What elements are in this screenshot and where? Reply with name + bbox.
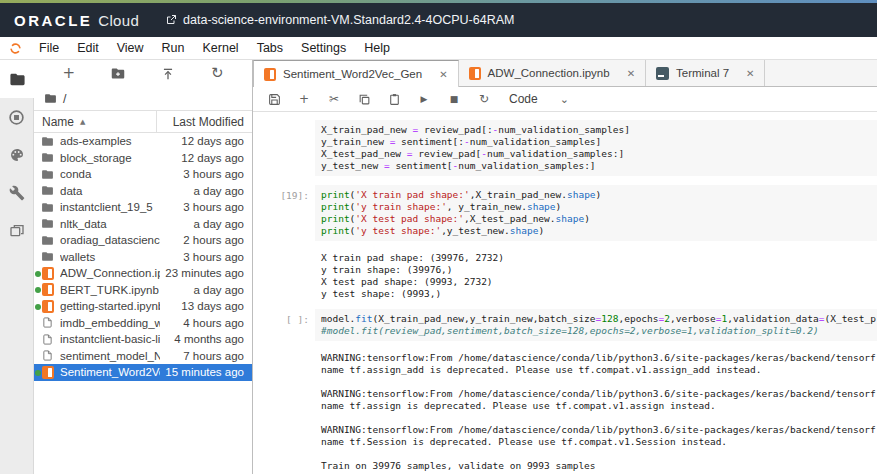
file-name: oradiag_datascience [60,234,160,246]
output-line [321,412,871,424]
folder-icon [41,168,54,181]
upload-icon [161,67,175,81]
brand-cloud: Cloud [98,12,139,29]
save-button[interactable] [261,89,287,109]
output-lines: X train pad shape: (39976, 2732)y train … [315,250,877,300]
sidebar-item-property-inspector[interactable] [0,174,33,212]
cut-cells-button[interactable]: ✂ [321,89,347,109]
menu-item-settings[interactable]: Settings [292,41,355,55]
file-row[interactable]: getting-started.ipynb13 days ago [34,298,252,315]
file-modified: 4 hours ago [160,317,252,329]
refresh-icon: ↻ [479,93,489,105]
folder-icon [41,234,54,247]
sidebar-item-running-sessions[interactable] [0,98,33,136]
menu-item-run[interactable]: Run [153,41,194,55]
menu-item-help[interactable]: Help [355,41,399,55]
activity-bar [0,60,34,474]
last-modified-column-header[interactable]: Last Modified [156,111,252,132]
file-row[interactable]: ads-examples12 days ago [34,133,252,150]
refresh-file-list-button[interactable]: ↻ [204,63,230,85]
tab-terminal-7[interactable]: Terminal 7 ✕ [646,60,765,86]
output-line: name tf.assign is deprecated. Please use… [321,400,871,412]
sidebar-item-file-browser[interactable] [0,60,34,98]
running-sessions-icon [8,109,25,126]
file-row[interactable]: oradiag_datascience2 hours ago [34,232,252,249]
interrupt-kernel-button[interactable]: ■ [441,89,467,109]
file-row[interactable]: ADW_Connection.ipynb23 minutes ago [34,265,252,282]
instance-link[interactable]: data-science-environment-VM.Standard2.4-… [165,13,514,27]
file-row[interactable]: nltk_dataa day ago [34,216,252,233]
tab-sentiment-word2vec[interactable]: Sentiment_Word2Vec_Gen ✕ [253,60,459,87]
code-line: #model.fit(review_pad,sentiment,batch_si… [321,325,871,337]
output-line: X test pad shape: (9993, 2732) [321,276,871,288]
output-line [321,448,871,460]
output-line [321,376,871,388]
new-folder-icon [110,66,126,81]
file-modified: 3 hours ago [160,201,252,213]
sidebar-item-open-tabs[interactable] [0,212,33,250]
output-line: name tf.assign_add is deprecated. Please… [321,364,871,376]
sidebar-item-commands[interactable] [0,136,33,174]
file-name: imdb_embedding_wor... [60,317,160,329]
file-row[interactable]: Sentiment_Word2Vec...15 minutes ago [34,364,252,381]
code-cell[interactable]: [ ]:model.fit(X_train_pad_new,y_train_ne… [253,309,877,341]
oracle-cloud-logo: ORACLE Cloud [14,12,139,29]
file-row[interactable]: block_storage12 days ago [34,150,252,167]
file-browser-toolbar: + ↻ [34,60,252,87]
tab-close-icon[interactable]: ✕ [627,68,635,79]
tab-close-icon[interactable]: ✕ [439,69,447,80]
tab-label: Terminal 7 [676,67,729,79]
file-row[interactable]: instantclient-basic-lin...4 months ago [34,331,252,348]
file-row[interactable]: imdb_embedding_wor...4 hours ago [34,315,252,332]
cell-editor[interactable]: model.fit(X_train_pad_new,y_train_new,ba… [315,309,877,341]
folder-icon [41,184,54,197]
cell-type-dropdown[interactable]: Code ⌄ [509,92,569,106]
plus-icon: + [62,66,75,81]
file-row[interactable]: wallets3 hours ago [34,249,252,266]
save-icon [268,93,281,106]
file-name: instantclient-basic-lin... [60,333,160,345]
output-prompt [253,250,315,300]
output-line: y test shape: (9993,) [321,288,871,300]
tab-close-icon[interactable]: ✕ [746,68,754,79]
code-cell[interactable]: X_train_pad_new = review_pad[:-num_valid… [253,120,877,176]
file-name: conda [60,168,160,180]
file-row[interactable]: conda3 hours ago [34,166,252,183]
file-row[interactable]: BERT_TURK.ipynba day ago [34,282,252,299]
file-icon [42,333,53,346]
folder-icon [41,151,54,164]
paste-cells-button[interactable] [381,89,407,109]
menu-item-kernel[interactable]: Kernel [194,41,248,55]
menu-item-tabs[interactable]: Tabs [248,41,292,55]
upload-button[interactable] [155,63,181,85]
folder-icon [41,135,54,148]
menu-item-file[interactable]: File [30,41,68,55]
menu-item-edit[interactable]: Edit [68,41,108,55]
file-row[interactable]: sentiment_model_NL...7 hours ago [34,348,252,365]
code-cell[interactable]: [19]:print('X train pad shape:',X_train_… [253,185,877,241]
chevron-down-icon: ⌄ [560,93,569,106]
new-launcher-button[interactable]: + [56,63,82,85]
cell-editor[interactable]: X_train_pad_new = review_pad[:-num_valid… [315,120,877,176]
cell-output: WARNING:tensorflow:From /home/datascienc… [253,350,877,474]
restart-kernel-button[interactable]: ↻ [471,89,497,109]
folder-icon [41,250,54,263]
file-name: ADW_Connection.ipynb [60,267,160,279]
workspace-body: + ↻ [0,60,877,474]
file-row[interactable]: dataa day ago [34,183,252,200]
insert-cell-button[interactable]: + [291,89,317,109]
run-cell-button[interactable]: ▶ [411,89,437,109]
file-row[interactable]: instantclient_19_53 hours ago [34,199,252,216]
notebook-content[interactable]: X_train_pad_new = review_pad[:-num_valid… [253,112,877,474]
code-line: y_test_new = sentiment[-num_validation_s… [321,160,871,172]
name-column-header[interactable]: Name ▲ [34,115,156,129]
copy-cells-button[interactable] [351,89,377,109]
new-folder-button[interactable] [105,63,131,85]
tab-adw-connection[interactable]: ADW_Connection.ipynb ✕ [459,60,646,86]
breadcrumb[interactable]: / [34,87,252,110]
output-line: WARNING:tensorflow:From /home/datascienc… [321,424,871,436]
menu-item-view[interactable]: View [108,41,153,55]
cell-editor[interactable]: print('X train pad shape:',X_train_pad_n… [315,185,877,241]
file-modified: 4 months ago [160,333,252,345]
tab-label: Sentiment_Word2Vec_Gen [283,68,422,80]
